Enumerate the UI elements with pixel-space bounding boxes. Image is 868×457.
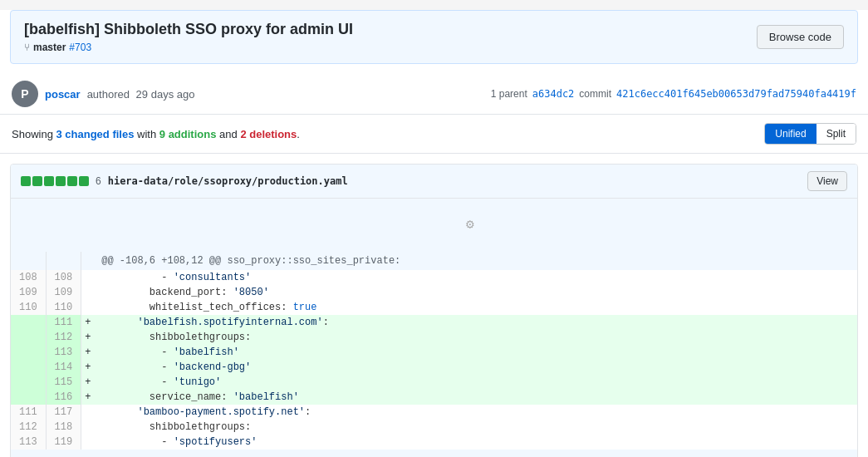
file-diff: 6 hiera-data/role/ssoproxy/production.ya… bbox=[10, 164, 858, 457]
line-marker: + bbox=[81, 330, 96, 345]
old-line-num bbox=[11, 330, 46, 345]
bar-add-3 bbox=[44, 176, 54, 186]
diff-view-toggle: Unified Split bbox=[764, 123, 856, 145]
pr-number-link[interactable]: #703 bbox=[69, 42, 91, 53]
and-label: and bbox=[219, 128, 238, 140]
file-header-left: 6 hiera-data/role/ssoproxy/production.ya… bbox=[21, 175, 348, 187]
old-line-num bbox=[11, 390, 46, 405]
line-code: service_name: 'babelfish' bbox=[95, 390, 857, 405]
line-code: shibbolethgroups: bbox=[95, 330, 857, 345]
old-line-num: 108 bbox=[11, 270, 46, 285]
file-header: 6 hiera-data/role/ssoproxy/production.ya… bbox=[11, 165, 857, 199]
commit-meta-right: 1 parent a634dc2 commit 421c6ecc401f645e… bbox=[491, 88, 856, 100]
file-number: 6 bbox=[96, 175, 101, 187]
old-line-num bbox=[11, 345, 46, 360]
deletions-count: 2 deletions bbox=[240, 128, 297, 140]
file-additions-bar bbox=[21, 176, 89, 186]
line-code: 'bamboo-payment.spotify.net': bbox=[95, 405, 857, 420]
commit-header: [babelfish] Shibboleth SSO proxy for adm… bbox=[10, 10, 858, 64]
new-line-num: 113 bbox=[46, 345, 81, 360]
unified-view-button[interactable]: Unified bbox=[765, 124, 816, 144]
new-line-num: 108 bbox=[46, 270, 81, 285]
line-marker bbox=[81, 405, 96, 420]
parent-hash-link[interactable]: a634dc2 bbox=[532, 88, 575, 100]
new-line-num: 116 bbox=[46, 390, 81, 405]
line-marker bbox=[81, 300, 96, 315]
with-label: with bbox=[137, 128, 156, 140]
table-row: 111 + 'babelfish.spotifyinternal.com': bbox=[11, 315, 857, 330]
additions-count: 9 additions bbox=[159, 128, 217, 140]
diff-table: ⚙ @@ -108,6 +108,12 @@ sso_proxy::sso_si… bbox=[11, 199, 857, 457]
line-code: - 'babelfish' bbox=[95, 345, 857, 360]
old-line-num: 110 bbox=[11, 300, 46, 315]
hunk-marker bbox=[81, 252, 96, 270]
table-row: 110 110 whitelist_tech_offices: true bbox=[11, 300, 857, 315]
line-marker: + bbox=[81, 390, 96, 405]
authored-label: authored bbox=[87, 88, 130, 101]
line-code: backend_port: '8050' bbox=[95, 285, 857, 300]
avatar: P bbox=[12, 81, 38, 107]
expand-row-bottom[interactable]: ⚙ bbox=[11, 450, 857, 457]
file-name: hiera-data/role/ssoproxy/production.yaml bbox=[108, 175, 348, 187]
old-line-num bbox=[11, 360, 46, 375]
new-line-num: 115 bbox=[46, 375, 81, 390]
commit-hash-link[interactable]: 421c6ecc401f645eb00653d79fad75940fa4419f bbox=[616, 88, 856, 100]
new-line-num: 112 bbox=[46, 330, 81, 345]
branch-info: ⑂ master #703 bbox=[24, 42, 353, 53]
split-view-button[interactable]: Split bbox=[817, 124, 856, 144]
old-line-num: 109 bbox=[11, 285, 46, 300]
line-code: - 'consultants' bbox=[95, 270, 857, 285]
line-marker bbox=[81, 270, 96, 285]
new-line-num: 111 bbox=[46, 315, 81, 330]
new-line-num: 118 bbox=[46, 420, 81, 435]
line-code: whitelist_tech_offices: true bbox=[95, 300, 857, 315]
line-marker: + bbox=[81, 315, 96, 330]
new-line-num: 119 bbox=[46, 435, 81, 450]
new-line-num: 114 bbox=[46, 360, 81, 375]
hunk-line-num-new bbox=[46, 252, 81, 270]
parent-label: 1 parent bbox=[491, 88, 527, 100]
bar-add-4 bbox=[56, 176, 66, 186]
new-line-num: 110 bbox=[46, 300, 81, 315]
commit-title: [babelfish] Shibboleth SSO proxy for adm… bbox=[24, 21, 353, 38]
table-row: 112 + shibbolethgroups: bbox=[11, 330, 857, 345]
period: . bbox=[297, 128, 300, 140]
line-marker bbox=[81, 285, 96, 300]
line-code: - 'spotifyusers' bbox=[95, 435, 857, 450]
table-row: 114 + - 'backend-gbg' bbox=[11, 360, 857, 375]
new-line-num: 117 bbox=[46, 405, 81, 420]
author-row: P poscar authored 29 days ago 1 parent a… bbox=[0, 74, 868, 115]
expand-row-top[interactable]: ⚙ bbox=[11, 199, 857, 252]
hunk-header: @@ -108,6 +108,12 @@ sso_proxy::sso_site… bbox=[11, 252, 857, 270]
line-marker bbox=[81, 435, 96, 450]
browse-code-button[interactable]: Browse code bbox=[757, 25, 844, 49]
old-line-num bbox=[11, 375, 46, 390]
table-row: 113 119 - 'spotifyusers' bbox=[11, 435, 857, 450]
branch-icon: ⑂ bbox=[24, 42, 30, 53]
author-name[interactable]: poscar bbox=[45, 88, 81, 101]
table-row: 115 + - 'tunigo' bbox=[11, 375, 857, 390]
line-code: - 'tunigo' bbox=[95, 375, 857, 390]
hunk-line-num-old bbox=[11, 252, 46, 270]
authored-time: 29 days ago bbox=[136, 88, 195, 101]
bar-add-6 bbox=[79, 176, 89, 186]
table-row: 111 117 'bamboo-payment.spotify.net': bbox=[11, 405, 857, 420]
bar-add-2 bbox=[32, 176, 42, 186]
line-marker: + bbox=[81, 360, 96, 375]
branch-name[interactable]: master bbox=[33, 42, 66, 53]
view-file-button[interactable]: View bbox=[807, 171, 847, 191]
table-row: 116 + service_name: 'babelfish' bbox=[11, 390, 857, 405]
bar-add-1 bbox=[21, 176, 31, 186]
expand-icon-top: ⚙ bbox=[466, 218, 474, 233]
author-meta: authored 29 days ago bbox=[87, 88, 195, 101]
hunk-code: @@ -108,6 +108,12 @@ sso_proxy::sso_site… bbox=[95, 252, 857, 270]
line-marker bbox=[81, 420, 96, 435]
old-line-num: 112 bbox=[11, 420, 46, 435]
old-line-num: 111 bbox=[11, 405, 46, 420]
stats-text: Showing 3 changed files with 9 additions… bbox=[12, 128, 300, 140]
line-marker: + bbox=[81, 345, 96, 360]
bar-add-5 bbox=[67, 176, 77, 186]
changed-files-link[interactable]: 3 changed files bbox=[56, 128, 135, 140]
table-row: 108 108 - 'consultants' bbox=[11, 270, 857, 285]
showing-label: Showing bbox=[12, 128, 53, 140]
